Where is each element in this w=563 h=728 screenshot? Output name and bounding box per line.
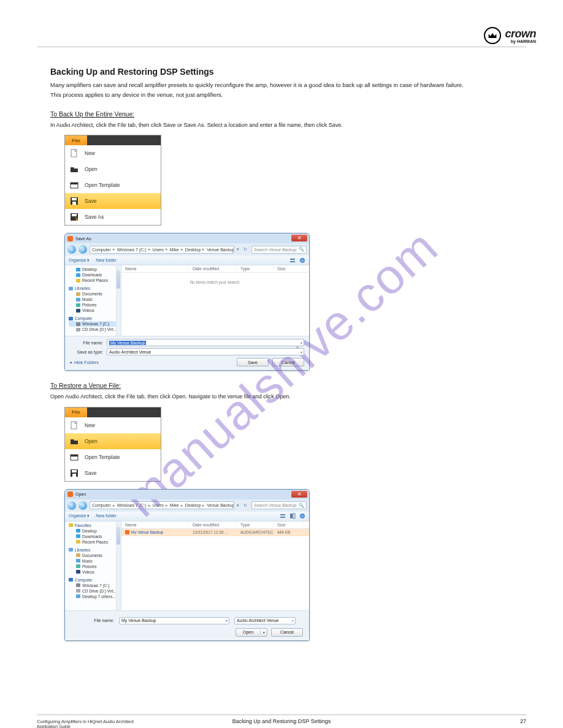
open-template-icon xyxy=(70,453,79,461)
file-list[interactable]: Name Date modified Type Size No items ma… xyxy=(121,265,309,336)
menu-item-save[interactable]: Save xyxy=(65,193,161,209)
help-button[interactable]: ? xyxy=(299,513,305,519)
save-as-dialog: Save As ✕ ‹ › Computer▸ Windows 7 (C:)▸ … xyxy=(64,233,310,371)
step2-text: Open Audio Architect, click the File tab… xyxy=(50,393,526,401)
file-tab[interactable]: File xyxy=(65,408,87,417)
view-button[interactable] xyxy=(289,257,296,264)
breadcrumb-seg[interactable]: Venue Backup xyxy=(207,503,234,507)
section-title: Backing Up and Restoring DSP Settings xyxy=(50,67,526,77)
tree-scrollbar[interactable] xyxy=(116,521,121,610)
dialog-title: Open xyxy=(75,492,86,496)
brand-logo: crown by HARMAN xyxy=(484,27,536,44)
breadcrumb-seg[interactable]: Desktop xyxy=(185,503,201,507)
col-type[interactable]: Type xyxy=(237,267,274,271)
col-name[interactable]: Name xyxy=(121,267,189,271)
save-icon xyxy=(70,197,79,205)
svg-rect-19 xyxy=(280,517,285,518)
search-icon: 🔍 xyxy=(299,503,304,508)
file-date: 12/21/2017 12:38 ... xyxy=(189,530,237,534)
page-number: 27 xyxy=(520,718,526,724)
search-input[interactable]: Search Venue Backup 🔍 xyxy=(251,501,307,509)
breadcrumb-seg[interactable]: Windows 7 (C:) xyxy=(117,503,147,507)
new-icon xyxy=(70,149,79,157)
svg-rect-9 xyxy=(290,261,295,262)
breadcrumb-seg[interactable]: Desktop xyxy=(185,248,201,252)
menu-item-save-as[interactable]: Save As xyxy=(65,209,161,225)
folder-tree[interactable]: Favorites Desktop Downloads Recent Place… xyxy=(65,521,121,610)
menu-item-open-template[interactable]: Open Template xyxy=(65,449,161,465)
brand-subtitle: by HARMAN xyxy=(511,39,536,44)
open-template-icon xyxy=(70,181,79,189)
view-button[interactable] xyxy=(280,513,286,519)
open-icon xyxy=(70,165,79,173)
search-input[interactable]: Search Venue Backup 🔍 xyxy=(251,246,307,254)
file-menu-open: File New Open Open Template Save xyxy=(64,407,161,482)
svg-rect-17 xyxy=(72,474,76,477)
svg-rect-0 xyxy=(71,150,77,157)
menu-label-new: New xyxy=(85,150,95,156)
breadcrumb-seg[interactable]: Venue Backup xyxy=(207,248,234,252)
file-name-input[interactable]: My Venue Backup ▾ xyxy=(107,339,304,346)
help-button[interactable]: ? xyxy=(299,257,305,264)
preview-button[interactable] xyxy=(289,513,296,519)
breadcrumb-seg[interactable]: Users xyxy=(153,248,164,252)
menu-item-save[interactable]: Save xyxy=(65,465,161,481)
crown-icon xyxy=(484,27,501,44)
save-icon xyxy=(70,469,79,477)
col-date[interactable]: Date modified xyxy=(189,523,237,527)
file-tab[interactable]: File xyxy=(65,135,87,145)
svg-rect-4 xyxy=(72,198,77,200)
section-intro-2: This process applies to any device in th… xyxy=(50,91,526,99)
save-button[interactable]: Save xyxy=(237,358,269,366)
close-button[interactable]: ✕ xyxy=(291,235,307,241)
new-folder-button[interactable]: New folder xyxy=(96,258,116,263)
file-list[interactable]: Name Date modified Type Size My Venue Ba… xyxy=(121,521,309,610)
folder-tree[interactable]: Desktop Downloads Recent Places Librarie… xyxy=(65,265,121,336)
organize-button[interactable]: Organize ▾ xyxy=(69,514,90,518)
nav-back-button[interactable]: ‹ xyxy=(67,245,76,254)
header-rule xyxy=(37,47,526,47)
breadcrumb-seg[interactable]: Windows 7 (C:) xyxy=(117,248,147,252)
col-date[interactable]: Date modified xyxy=(189,267,237,271)
footer-doc-sub: Application Guide xyxy=(37,724,526,728)
organize-button[interactable]: Organize ▾ xyxy=(69,258,90,263)
open-button[interactable]: Open▾ xyxy=(236,628,267,637)
nav-forward-button[interactable]: › xyxy=(79,245,87,254)
file-row[interactable]: My Venue Backup 12/21/2017 12:38 ... AUD… xyxy=(121,529,309,536)
hide-folders-button[interactable]: ▴ Hide Folders xyxy=(70,360,99,365)
breadcrumb-seg[interactable]: Mike xyxy=(170,503,179,507)
col-size[interactable]: Size xyxy=(274,267,304,271)
file-name-label: File name: xyxy=(71,618,114,623)
new-folder-button[interactable]: New folder xyxy=(96,514,116,518)
col-type[interactable]: Type xyxy=(237,523,274,527)
nav-back-button[interactable]: ‹ xyxy=(67,501,76,510)
col-name[interactable]: Name xyxy=(121,523,189,527)
search-placeholder: Search Venue Backup xyxy=(254,503,296,507)
cancel-button[interactable]: Cancel xyxy=(272,358,304,366)
svg-rect-5 xyxy=(72,202,76,205)
col-size[interactable]: Size xyxy=(274,523,304,527)
breadcrumb-seg[interactable]: Computer xyxy=(92,503,111,507)
file-name-input[interactable]: My Venue Backup ▾ xyxy=(119,617,229,624)
address-bar[interactable]: Computer▸ Windows 7 (C:)▸ Users▸ Mike▸ D… xyxy=(90,246,234,254)
save-type-value: Audio Architect Venue xyxy=(109,350,151,354)
search-placeholder: Search Venue Backup xyxy=(254,248,296,252)
address-bar[interactable]: Computer▸ Windows 7 (C:)▸ Users▸ Mike▸ D… xyxy=(90,501,234,509)
nav-forward-button[interactable]: › xyxy=(79,501,87,510)
menu-item-open[interactable]: Open xyxy=(65,161,161,177)
breadcrumb-seg[interactable]: Mike xyxy=(170,248,179,252)
open-dialog: Open ✕ ‹ › Computer▸ Windows 7 (C:)▸ Use… xyxy=(64,489,310,641)
breadcrumb-seg[interactable]: Computer xyxy=(92,248,111,252)
step1-text: In Audio Architect, click the File tab, … xyxy=(50,121,526,129)
save-type-select[interactable]: Audio Architect Venue ▾ xyxy=(107,348,304,355)
tree-scrollbar[interactable] xyxy=(116,265,121,336)
cancel-button[interactable]: Cancel xyxy=(271,628,303,637)
menu-item-new[interactable]: New xyxy=(65,417,161,433)
menu-item-open-template[interactable]: Open Template xyxy=(65,177,161,193)
menu-item-new[interactable]: New xyxy=(65,145,161,161)
section-intro-1: Many amplifiers can save and recall ampl… xyxy=(50,82,526,89)
menu-item-open[interactable]: Open xyxy=(65,433,161,449)
breadcrumb-seg[interactable]: Users xyxy=(153,503,164,507)
file-type-filter[interactable]: Audio Architect Venue ▾ xyxy=(234,617,296,624)
close-button[interactable]: ✕ xyxy=(291,491,307,498)
